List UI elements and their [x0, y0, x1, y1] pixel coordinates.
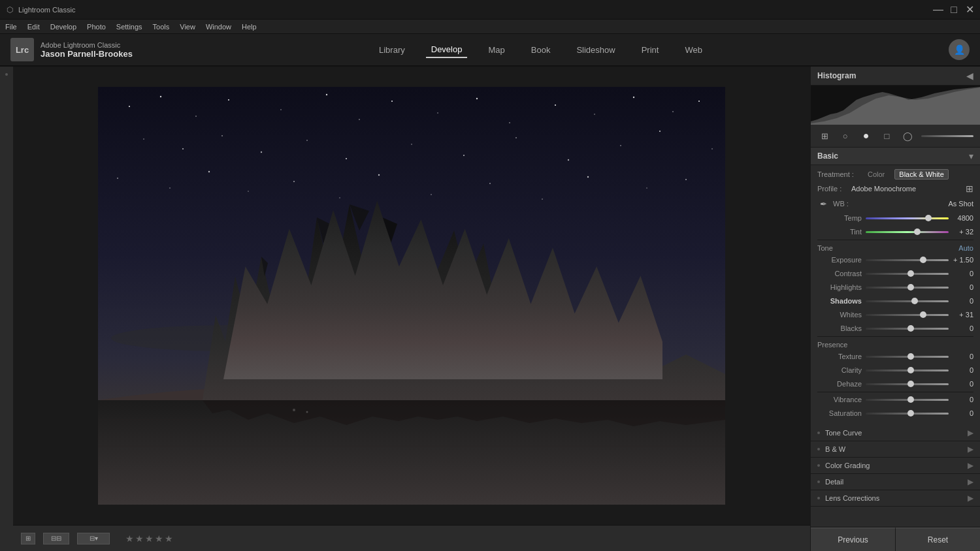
color-grading-chevron: ▶: [968, 461, 973, 470]
menu-item-tools[interactable]: Tools: [153, 23, 170, 31]
maximize-button[interactable]: □: [950, 6, 958, 14]
shadows-slider-thumb[interactable]: [911, 298, 918, 304]
color-grading-panel[interactable]: Color Grading ▶: [811, 458, 980, 474]
clarity-slider-thumb[interactable]: [907, 367, 914, 373]
saturation-slider-thumb[interactable]: [907, 410, 914, 417]
tint-slider-track[interactable]: [866, 231, 949, 233]
svg-point-38: [489, 183, 491, 184]
detail-panel[interactable]: Detail ▶: [811, 474, 980, 490]
star-4[interactable]: ★: [155, 533, 163, 544]
svg-point-42: [685, 179, 687, 180]
svg-point-35: [339, 197, 340, 198]
minimize-button[interactable]: —: [934, 6, 942, 14]
highlights-slider-track[interactable]: [866, 287, 949, 289]
nav-map[interactable]: Map: [483, 42, 510, 57]
treatment-bw-btn[interactable]: Black & White: [894, 169, 948, 180]
crop-tool-icon[interactable]: ⊞: [817, 129, 832, 143]
basic-section-header[interactable]: Basic ▾: [811, 148, 980, 165]
clarity-slider-track[interactable]: [866, 370, 949, 371]
app-logo: Lrc: [10, 38, 34, 61]
vibrance-slider-track[interactable]: [866, 399, 949, 401]
left-panel: [0, 67, 13, 551]
menu-item-window[interactable]: Window: [206, 23, 231, 31]
svg-point-12: [555, 104, 556, 106]
svg-point-36: [378, 174, 380, 176]
menu-item-photo[interactable]: Photo: [87, 23, 106, 31]
sort-button[interactable]: ⊟▾: [77, 533, 110, 544]
vibrance-slider-thumb[interactable]: [907, 396, 914, 403]
shadows-slider-track[interactable]: [866, 300, 949, 302]
treatment-color-btn[interactable]: Color: [863, 169, 889, 180]
graduated-filter-icon[interactable]: □: [879, 129, 894, 143]
star-3[interactable]: ★: [145, 533, 154, 544]
whites-value: + 31: [953, 311, 973, 319]
whites-label: Whites: [817, 311, 862, 319]
temp-slider-track[interactable]: [866, 217, 949, 219]
exposure-slider-track[interactable]: [866, 259, 949, 261]
titlebar-left: ⬡ Lightroom Classic: [7, 5, 75, 14]
exposure-value: + 1.50: [953, 256, 973, 264]
basic-toggle[interactable]: ▾: [969, 151, 973, 161]
profile-grid-button[interactable]: ⊞: [966, 183, 973, 194]
tone-label: Tone: [817, 244, 833, 252]
nav-library[interactable]: Library: [374, 42, 410, 57]
nav-web[interactable]: Web: [679, 42, 708, 57]
svg-point-16: [698, 101, 700, 102]
menu-item-edit[interactable]: Edit: [27, 23, 40, 31]
texture-slider-track[interactable]: [866, 356, 949, 358]
menu-item-view[interactable]: View: [180, 23, 195, 31]
saturation-slider-track[interactable]: [866, 413, 949, 415]
nav-book[interactable]: Book: [526, 42, 556, 57]
previous-button[interactable]: Previous: [811, 527, 896, 551]
tone-curve-panel[interactable]: Tone Curve ▶: [811, 425, 980, 441]
svg-point-49: [306, 411, 308, 413]
tone-auto-button[interactable]: Auto: [958, 244, 973, 252]
dehaze-slider-track[interactable]: [866, 383, 949, 385]
star-rating[interactable]: ★ ★ ★ ★ ★: [125, 533, 173, 544]
svg-point-26: [568, 159, 569, 161]
histogram-toggle[interactable]: ◀: [966, 71, 973, 81]
user-avatar[interactable]: 👤: [949, 39, 970, 60]
contrast-slider-track[interactable]: [866, 273, 949, 275]
menu-item-help[interactable]: Help: [242, 23, 257, 31]
highlights-slider-thumb[interactable]: [907, 284, 914, 291]
svg-point-1: [129, 106, 130, 107]
wb-row: ✒ WB : As Shot: [817, 198, 973, 210]
exposure-slider-thumb[interactable]: [920, 257, 926, 263]
filmstrip-button[interactable]: ⊟⊟: [43, 533, 69, 544]
star-2[interactable]: ★: [135, 533, 144, 544]
contrast-slider-thumb[interactable]: [907, 270, 914, 277]
star-1[interactable]: ★: [125, 533, 134, 544]
blacks-slider-thumb[interactable]: [907, 325, 914, 332]
menu-item-develop[interactable]: Develop: [50, 23, 76, 31]
spot-removal-icon[interactable]: ○: [838, 129, 853, 143]
whites-slider-track[interactable]: [866, 314, 949, 316]
star-5[interactable]: ★: [165, 533, 173, 544]
view-mode-button[interactable]: ⊞: [21, 533, 35, 544]
tint-slider-thumb[interactable]: [914, 228, 921, 235]
svg-point-2: [160, 96, 161, 97]
red-eye-icon[interactable]: ●: [859, 129, 874, 143]
texture-slider-thumb[interactable]: [907, 353, 914, 360]
bw-panel[interactable]: B & W ▶: [811, 441, 980, 458]
close-button[interactable]: ✕: [966, 6, 973, 14]
basic-section-content: Treatment : Color Black & White Profile …: [811, 165, 980, 425]
treatment-label: Treatment :: [817, 170, 863, 178]
nav-develop[interactable]: Develop: [426, 42, 468, 58]
dehaze-slider-thumb[interactable]: [907, 381, 914, 387]
nav-print[interactable]: Print: [636, 42, 664, 57]
reset-button[interactable]: Reset: [896, 527, 980, 551]
menu-item-file[interactable]: File: [5, 23, 17, 31]
temp-slider-thumb[interactable]: [925, 215, 932, 221]
menu-item-settings[interactable]: Settings: [116, 23, 142, 31]
tool-opacity-slider[interactable]: [921, 135, 973, 137]
wb-eyedropper-tool[interactable]: ✒: [817, 198, 829, 210]
svg-point-8: [391, 101, 393, 102]
whites-slider-thumb[interactable]: [920, 311, 926, 318]
blacks-slider-track[interactable]: [866, 328, 949, 330]
contrast-slider-row: Contrast 0: [817, 268, 973, 279]
radial-filter-icon[interactable]: ◯: [900, 129, 915, 143]
lens-corrections-panel[interactable]: Lens Corrections ▶: [811, 490, 980, 507]
nav-slideshow[interactable]: Slideshow: [571, 42, 620, 57]
histogram-title: Histogram: [817, 71, 856, 80]
